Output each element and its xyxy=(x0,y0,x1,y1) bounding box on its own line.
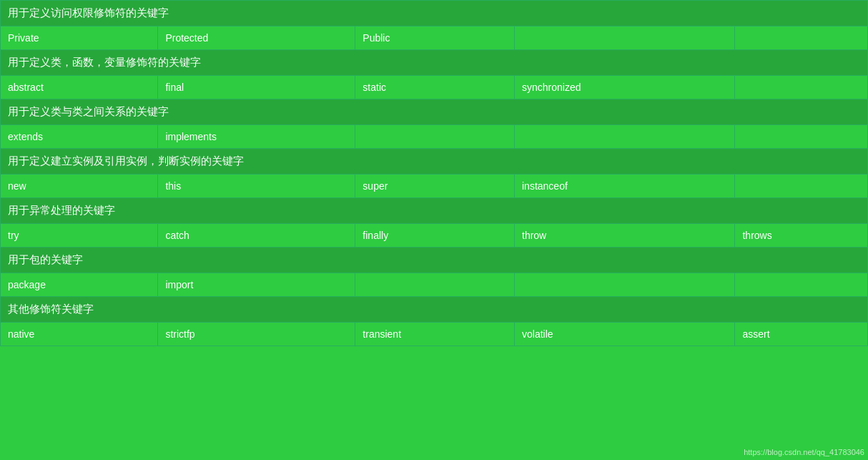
cell-11-3 xyxy=(515,273,735,297)
cell-1-4 xyxy=(735,26,868,50)
section-header-12: 其他修饰符关键字 xyxy=(1,297,868,323)
cell-3-4 xyxy=(735,76,868,99)
cell-11-1: import xyxy=(158,273,355,297)
cell-3-3: synchronized xyxy=(515,76,735,99)
cell-9-0: try xyxy=(1,224,158,248)
cell-13-0: native xyxy=(1,323,158,346)
cell-1-0: Private xyxy=(1,26,158,50)
section-header-6: 用于定义建立实例及引用实例，判断实例的关键字 xyxy=(1,149,868,175)
cell-3-2: static xyxy=(355,76,515,99)
section-header-10: 用于包的关键字 xyxy=(1,248,868,273)
cell-13-1: strictfp xyxy=(158,323,355,346)
cell-5-4 xyxy=(735,125,868,149)
cell-9-4: throws xyxy=(735,224,868,248)
cell-7-1: this xyxy=(158,175,355,198)
cell-7-2: super xyxy=(355,175,515,198)
cell-3-0: abstract xyxy=(1,76,158,99)
keywords-table: 用于定义访问权限修饰符的关键字PrivateProtectedPublic用于定… xyxy=(0,0,868,346)
cell-7-3: instanceof xyxy=(515,175,735,198)
watermark-text: https://blog.csdn.net/qq_41783046 xyxy=(744,448,864,456)
cell-7-4 xyxy=(735,175,868,198)
cell-5-2 xyxy=(355,125,515,149)
cell-11-2 xyxy=(355,273,515,297)
section-header-2: 用于定义类，函数，变量修饰符的关键字 xyxy=(1,50,868,76)
cell-11-0: package xyxy=(1,273,158,297)
cell-1-3 xyxy=(515,26,735,50)
cell-9-2: finally xyxy=(355,224,515,248)
cell-11-4 xyxy=(735,273,868,297)
cell-3-1: final xyxy=(158,76,355,99)
cell-5-3 xyxy=(515,125,735,149)
cell-13-2: transient xyxy=(355,323,515,346)
cell-9-3: throw xyxy=(515,224,735,248)
cell-7-0: new xyxy=(1,175,158,198)
cell-1-1: Protected xyxy=(158,26,355,50)
cell-13-4: assert xyxy=(735,323,868,346)
section-header-4: 用于定义类与类之间关系的关键字 xyxy=(1,99,868,125)
cell-9-1: catch xyxy=(158,224,355,248)
cell-5-1: implements xyxy=(158,125,355,149)
cell-5-0: extends xyxy=(1,125,158,149)
cell-1-2: Public xyxy=(355,26,515,50)
cell-13-3: volatile xyxy=(515,323,735,346)
section-header-0: 用于定义访问权限修饰符的关键字 xyxy=(1,1,868,26)
section-header-8: 用于异常处理的关键字 xyxy=(1,198,868,224)
